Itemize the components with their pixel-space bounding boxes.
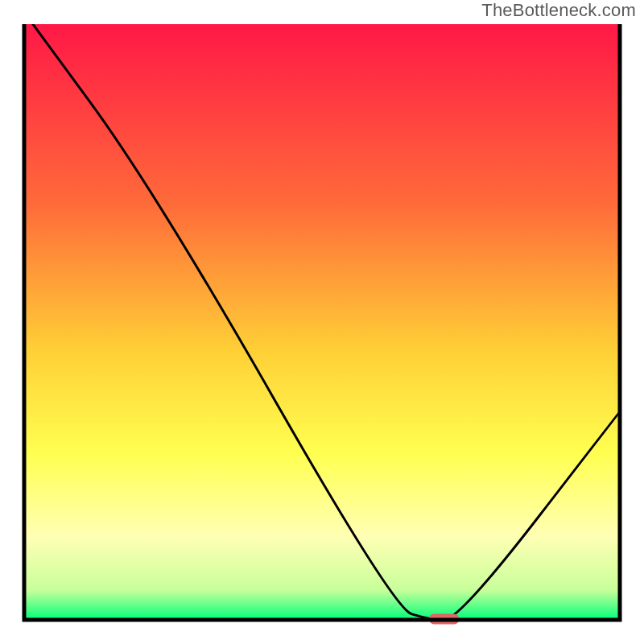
watermark-text: TheBottleneck.com <box>481 0 636 21</box>
chart-canvas <box>0 0 644 644</box>
plot-background <box>24 24 620 620</box>
chart-frame: TheBottleneck.com <box>0 0 644 644</box>
